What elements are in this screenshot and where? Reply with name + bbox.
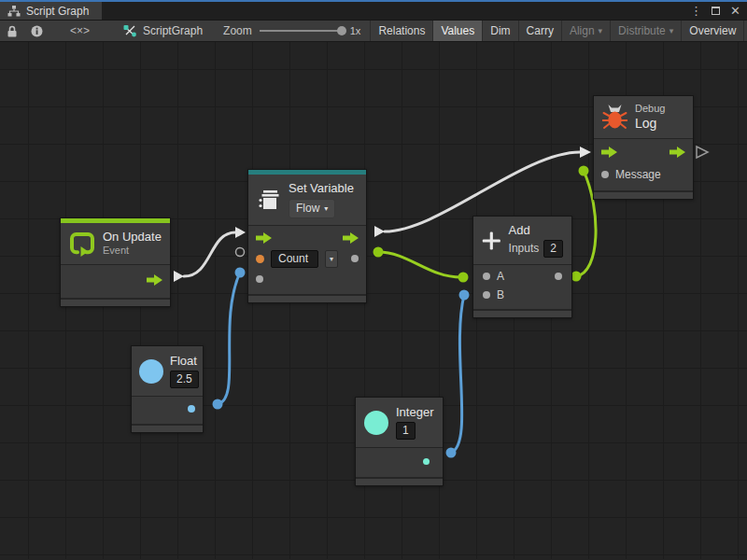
window-titlebar: Script Graph ⋮ ✕ [0,0,747,20]
maximize-icon[interactable] [708,3,724,19]
wire-float-to-setvariable[interactable] [218,273,240,404]
node-header[interactable]: On Update Event [61,223,170,264]
node-header[interactable]: Debug Log [594,96,693,138]
zoom-slider-handle[interactable] [337,26,346,35]
input-a-label: A [497,270,504,283]
node-footer [594,190,693,199]
node-title: Set Variable [289,181,354,196]
integer-output-dot[interactable] [423,458,430,465]
float-value-field[interactable]: 2.5 [170,371,199,388]
node-title: Float [170,354,199,369]
carry-button[interactable]: Carry [519,21,561,41]
node-header[interactable]: Set Variable Flow ▾ [248,175,366,225]
node-title: Integer [396,405,433,420]
input-a-dot[interactable] [483,273,490,280]
chevron-down-icon: ▾ [324,204,328,214]
zoom-label: Zoom [223,24,252,37]
result-output-dot[interactable] [555,273,562,280]
integer-value-field[interactable]: 1 [396,422,416,440]
variable-kind-dropdown[interactable]: Flow ▾ [289,199,335,218]
node-on-update[interactable]: On Update Event [60,217,171,307]
flow-input-arrow-icon[interactable] [601,147,617,158]
chevron-down-icon: ▾ [669,26,674,35]
zoom-control: Zoom 1x [223,21,360,41]
message-input-dot[interactable] [601,171,609,178]
flow-output-arrow-icon[interactable] [343,232,359,244]
chevron-down-icon: ▾ [599,26,603,35]
info-icon[interactable] [24,21,49,41]
wire-end-arrow [235,227,246,238]
node-header[interactable]: Add Inputs 2 [473,217,571,264]
node-set-variable[interactable]: Set Variable Flow ▾ Count ▾ [247,169,367,303]
variable-icon [257,188,281,212]
node-footer [61,298,170,306]
node-footer [473,309,571,317]
wire-setvariable-to-add-a[interactable] [378,252,461,277]
align-button[interactable]: Align ▾ [562,21,610,41]
wire-end-arrow [580,147,591,158]
bug-icon [602,104,627,131]
node-title: On Update [103,230,162,245]
variable-name-field[interactable]: Count [271,250,318,268]
unconnected-flow-triangle [697,147,708,158]
relations-button[interactable]: Relations [371,21,432,41]
wire-onupdate-to-setvariable[interactable] [184,232,235,276]
graph-canvas[interactable]: On Update Event Set [0,42,747,559]
node-footer [356,477,443,485]
node-integer[interactable]: Integer 1 [355,397,444,486]
tab-script-graph[interactable]: Script Graph [0,2,102,20]
scriptgraph-breadcrumb[interactable]: ScriptGraph [110,21,210,41]
window-menu-icon[interactable]: ⋮ [688,3,704,19]
message-label: Message [615,168,661,181]
scriptgraph-icon [123,24,137,37]
wire-start-arrow [174,271,184,282]
tab-title: Script Graph [26,5,89,18]
close-icon[interactable]: ✕ [727,3,743,19]
node-title: Log [635,116,665,133]
script-graph-icon [7,6,21,17]
overview-button[interactable]: Overview [682,21,743,41]
node-add[interactable]: Add Inputs 2 A B [472,216,572,318]
node-category: Debug [635,103,665,116]
chevron-down-icon: ▾ [330,255,333,263]
node-header[interactable]: Integer 1 [356,398,443,447]
scriptgraph-label: ScriptGraph [143,24,203,37]
node-float[interactable]: Float 2.5 [131,345,204,433]
variable-port-dot[interactable] [256,255,264,263]
distribute-button[interactable]: Distribute ▾ [611,21,681,41]
flow-output-arrow-icon[interactable] [147,274,162,286]
graph-toolbar: <×> ScriptGraph Zoom 1x Relations Values… [0,20,747,42]
variable-picker-button[interactable]: ▾ [325,250,338,268]
node-footer [132,424,203,432]
unconnected-port-circle [236,248,245,257]
flow-input-arrow-icon[interactable] [256,232,272,244]
code-preview-icon[interactable]: <×> [49,21,110,41]
inputs-label: Inputs [509,242,540,256]
on-update-loop-icon [69,231,95,257]
wire-start-arrow [374,226,385,237]
node-subtitle: Event [103,245,162,258]
lock-icon[interactable] [0,21,24,41]
dim-button[interactable]: Dim [483,21,517,41]
flow-output-arrow-icon[interactable] [669,147,685,158]
node-header[interactable]: Float 2.5 [132,346,203,396]
integer-circle-icon [364,411,388,435]
node-title: Add [509,223,563,238]
input-b-label: B [497,288,504,301]
zoom-value: 1x [350,25,361,36]
wire-integer-to-add-b[interactable] [451,295,464,453]
inputs-count-field[interactable]: 2 [543,240,563,258]
float-circle-icon [139,359,163,384]
plus-icon [482,229,501,253]
values-button[interactable]: Values [433,21,482,41]
value-input-dot[interactable] [256,275,263,283]
value-output-dot[interactable] [351,255,359,262]
float-output-dot[interactable] [188,405,195,413]
zoom-slider[interactable] [260,30,342,32]
node-debug-log[interactable]: Debug Log Message [593,95,694,200]
input-b-dot[interactable] [483,291,490,299]
node-footer [248,294,366,302]
